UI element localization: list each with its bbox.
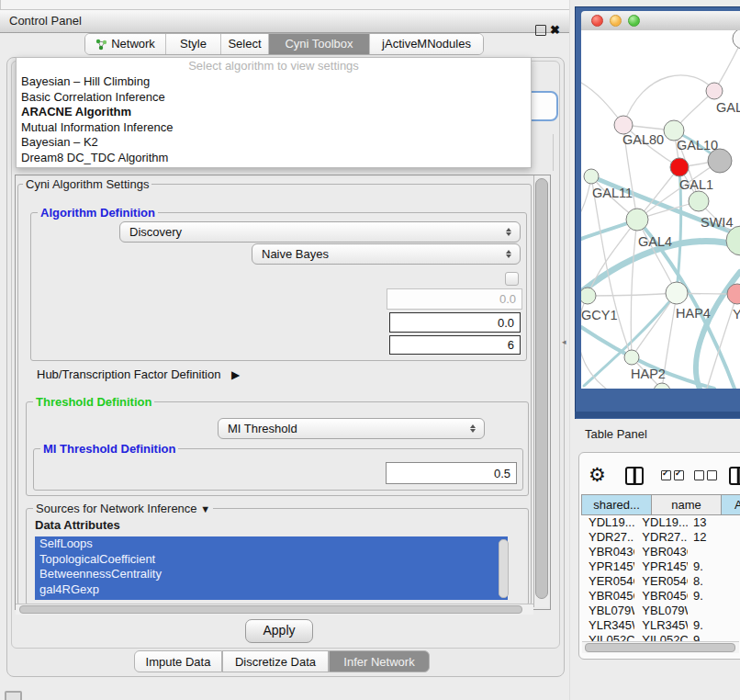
table-cell: YDR27... — [634, 530, 688, 545]
network-node[interactable] — [584, 169, 599, 184]
table-row[interactable]: YDL19...YDL19...13 — [581, 515, 740, 530]
select-all-checkboxes-icon[interactable] — [661, 470, 684, 480]
network-node[interactable] — [666, 282, 688, 304]
close-icon[interactable]: ✖ — [550, 19, 560, 41]
mi-algorithm-type-combo[interactable]: Naive Bayes — [252, 243, 521, 265]
node-label: GAL1 — [679, 177, 713, 192]
aracne-mode-value: Discovery — [129, 225, 182, 239]
table-toolbar-icon-partial[interactable] — [729, 467, 740, 485]
table-cell: YBR045C — [634, 589, 688, 604]
node-label: HAP4 — [676, 306, 711, 321]
table-cell: YDL19... — [634, 515, 688, 530]
float-window-icon[interactable] — [535, 25, 546, 36]
table-row[interactable]: YLR345WYLR345W9. — [581, 618, 740, 633]
settings-scrollbar-thumb[interactable] — [535, 178, 548, 599]
table-row[interactable]: YER054CYER054C8. — [581, 574, 740, 589]
columns-icon[interactable] — [625, 467, 644, 485]
network-node[interactable] — [581, 288, 596, 304]
table-column-header[interactable]: shared... — [581, 494, 652, 515]
table-panel-title: Table Panel — [585, 427, 647, 441]
manual-kernel-checkbox[interactable] — [505, 272, 519, 286]
hub-factor-expander[interactable]: Hub/Transcription Factor Definition ▶ — [37, 367, 240, 381]
table-row[interactable]: YPR145WYPR145W9. — [581, 559, 740, 574]
network-node[interactable] — [624, 350, 639, 365]
table-column-header[interactable]: name — [652, 494, 722, 515]
algorithm-option[interactable]: Bayesian – Hill Climbing — [17, 74, 531, 90]
mi-threshold-legend: MI Threshold Definition — [40, 442, 178, 456]
apply-button[interactable]: Apply — [245, 619, 313, 643]
tab-network[interactable]: Network — [85, 34, 166, 54]
mi-steps-field[interactable] — [389, 335, 521, 355]
attribute-list-item[interactable]: BetweennessCentrality — [35, 567, 508, 582]
network-node[interactable] — [626, 209, 648, 231]
which-threshold-combo[interactable]: MI Threshold — [218, 418, 485, 439]
table-cell: YDR27... — [581, 530, 634, 545]
control-panel-titlebar[interactable]: Control Panel ✖ — [0, 9, 569, 33]
table-cell: YIL052C — [581, 633, 634, 641]
algorithm-option[interactable]: Bayesian – K2 — [17, 135, 531, 151]
tab-jactivemnodules[interactable]: jActiveMNodules — [370, 34, 483, 54]
checked-box-icon — [661, 470, 671, 480]
zoom-button[interactable] — [628, 15, 640, 27]
network-node[interactable] — [670, 158, 689, 176]
tab-cyni-toolbox-label: Cyni Toolbox — [285, 34, 353, 54]
tab-infer-network[interactable]: Infer Network — [329, 650, 430, 672]
dpi-tolerance-field[interactable] — [389, 312, 521, 333]
network-node[interactable] — [689, 191, 709, 211]
attributes-scrollbar-thumb[interactable] — [499, 539, 509, 598]
hub-factor-label: Hub/Transcription Factor Definition — [37, 367, 220, 381]
attribute-list-item[interactable]: TopologicalCoefficient — [35, 552, 508, 568]
network-edge[interactable] — [588, 293, 677, 296]
table-cell: YPR145W — [634, 559, 688, 574]
table-row[interactable]: YBR043CYBR043C — [581, 545, 740, 559]
node-label: SWI4 — [701, 215, 733, 230]
network-node[interactable] — [706, 83, 723, 99]
network-window-titlebar[interactable] — [581, 11, 740, 31]
tab-discretize-data[interactable]: Discretize Data — [222, 650, 329, 672]
network-node[interactable] — [614, 116, 633, 134]
algorithm-option[interactable]: ARACNE Algorithm — [17, 105, 531, 120]
algorithm-option[interactable]: Basic Correlation Inference — [17, 90, 531, 106]
algorithm-option[interactable]: Mutual Information Inference — [17, 120, 531, 136]
network-edge[interactable] — [632, 293, 677, 357]
table-hscrollbar-thumb[interactable] — [585, 643, 735, 652]
sources-legend[interactable]: Sources for Network Inference ▼ — [33, 502, 213, 515]
collapsed-panel-fragment[interactable] — [5, 691, 22, 700]
network-graph: GALGAL80GAL10GAL1GAL11SWI4GAL4GCY1HAP4YH… — [581, 30, 740, 389]
cyni-algorithm-settings-legend: Cyni Algorithm Settings — [23, 177, 151, 191]
table-row[interactable]: YIL052CYIL052C9 — [581, 633, 740, 641]
table-cell: 9. — [688, 618, 740, 633]
table-column-header[interactable]: A — [722, 494, 740, 515]
table-cell: 9. — [688, 559, 740, 574]
attribute-list-item[interactable]: gal4RGexp — [35, 582, 508, 598]
panel-divider — [569, 0, 570, 700]
deselect-all-checkboxes-icon[interactable] — [694, 470, 717, 480]
network-edge[interactable] — [623, 75, 714, 125]
tab-style[interactable]: Style — [166, 34, 221, 54]
mi-threshold-field[interactable] — [386, 462, 517, 484]
horizontal-scrollbar-thumb[interactable] — [19, 605, 522, 614]
tab-style-label: Style — [180, 34, 207, 54]
table-row[interactable]: YBL079WYBL079W — [581, 604, 740, 618]
network-canvas[interactable]: GALGAL80GAL10GAL1GAL11SWI4GAL4GCY1HAP4YH… — [581, 30, 740, 389]
control-panel-tabs: Network Style Select Cyni Toolbox jActiv… — [84, 33, 484, 55]
node-label: GCY1 — [581, 308, 618, 322]
tab-impute-data[interactable]: Impute Data — [134, 650, 222, 672]
table-row[interactable]: YDR27...YDR27...12 — [581, 530, 740, 545]
table-cell: 9 — [688, 633, 740, 641]
close-button[interactable] — [591, 15, 603, 27]
network-edge[interactable] — [591, 176, 632, 357]
kernel-width-field[interactable] — [387, 288, 522, 310]
minimize-button[interactable] — [610, 15, 622, 27]
table-row[interactable]: YBR045CYBR045C9. — [581, 589, 740, 604]
splitter-collapse-icon[interactable]: ◂ — [562, 337, 566, 346]
attribute-list-item[interactable]: SelfLoops — [35, 536, 508, 552]
gear-icon[interactable]: ⚙ — [589, 464, 606, 486]
tab-select[interactable]: Select — [221, 34, 269, 54]
algorithm-dropdown-prompt: Select algorithm to view settings — [17, 58, 531, 74]
algorithm-option[interactable]: Dream8 DC_TDC Algorithm — [17, 151, 531, 166]
tab-cyni-toolbox[interactable]: Cyni Toolbox — [269, 34, 370, 54]
network-icon — [95, 39, 107, 51]
network-node[interactable] — [733, 30, 740, 49]
aracne-mode-combo[interactable]: Discovery — [119, 221, 521, 243]
